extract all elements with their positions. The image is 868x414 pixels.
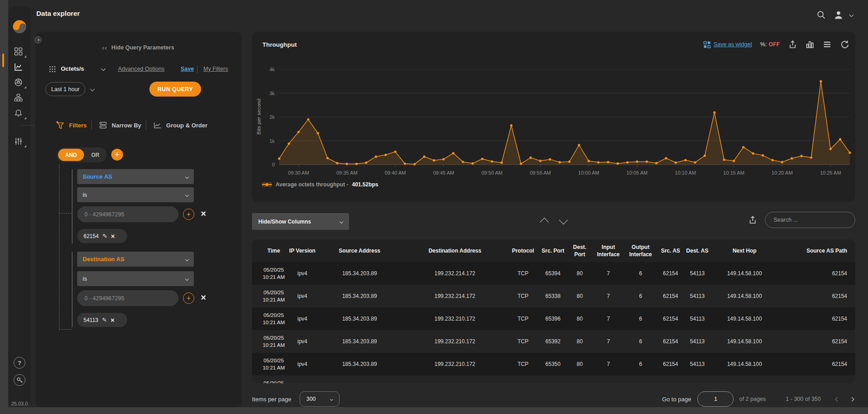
column-header[interactable]: Dest. Port: [567, 244, 592, 258]
data-point[interactable]: [336, 162, 338, 164]
tab-narrow-by[interactable]: Narrow By: [112, 122, 141, 129]
chart-legend[interactable]: Average octets throughput - 401.52bps: [262, 181, 378, 188]
sidebar-item-alerts[interactable]: [14, 109, 25, 120]
prev-page-button[interactable]: [833, 395, 841, 403]
tab-filters[interactable]: Filters: [69, 122, 87, 129]
data-point[interactable]: [529, 156, 532, 159]
data-point[interactable]: [452, 152, 454, 154]
data-point[interactable]: [568, 161, 571, 163]
filter-operator-select[interactable]: is: [77, 187, 194, 202]
data-point[interactable]: [433, 159, 435, 161]
data-point[interactable]: [578, 144, 580, 146]
data-point[interactable]: [297, 131, 300, 133]
run-query-button[interactable]: RUN QUERY: [149, 82, 201, 97]
filter-operator-select[interactable]: is: [77, 271, 194, 286]
column-header[interactable]: Destination Address: [403, 247, 507, 254]
data-point[interactable]: [771, 159, 774, 161]
data-point[interactable]: [675, 161, 677, 164]
column-header[interactable]: Input Interface: [592, 244, 624, 258]
table-row[interactable]: 05/20/25 10:21 AMipv4185.34.203.89199.23…: [252, 330, 855, 353]
data-point[interactable]: [636, 161, 638, 163]
data-point[interactable]: [781, 161, 783, 163]
column-header[interactable]: Source Address: [316, 247, 403, 254]
data-point[interactable]: [423, 156, 425, 158]
data-point[interactable]: [481, 158, 483, 160]
sidebar-expand-button[interactable]: [35, 36, 42, 44]
data-point[interactable]: [375, 156, 377, 158]
search-icon[interactable]: [817, 10, 826, 19]
data-point[interactable]: [694, 161, 696, 164]
column-header[interactable]: Time: [259, 247, 288, 254]
hide-show-columns-button[interactable]: Hide/Show Columns: [252, 213, 349, 230]
data-point[interactable]: [839, 138, 841, 141]
data-point[interactable]: [684, 159, 686, 161]
data-point[interactable]: [626, 161, 628, 164]
sidebar-item-dashboards[interactable]: [14, 47, 25, 58]
drag-grid-icon[interactable]: [49, 66, 56, 73]
column-header[interactable]: Protocol: [507, 247, 539, 254]
hide-query-parameters-button[interactable]: Hide Query Parameters: [35, 44, 242, 51]
data-point[interactable]: [539, 160, 542, 162]
data-point[interactable]: [704, 155, 706, 157]
time-range-select[interactable]: Last 1 hour: [45, 82, 85, 96]
edit-chip-icon[interactable]: ✎: [102, 233, 107, 239]
save-link[interactable]: Save: [181, 66, 194, 72]
page-number-input[interactable]: [697, 391, 734, 407]
remove-chip-icon[interactable]: ×: [110, 317, 114, 323]
data-point[interactable]: [742, 146, 745, 148]
user-icon[interactable]: [833, 10, 843, 20]
data-point[interactable]: [414, 163, 416, 165]
data-point[interactable]: [558, 161, 561, 163]
data-point[interactable]: [278, 157, 280, 160]
sidebar-item-network[interactable]: [14, 78, 25, 89]
or-toggle-button[interactable]: OR: [84, 152, 107, 158]
remove-filter-button[interactable]: ×: [199, 209, 208, 219]
column-header[interactable]: IP Version: [288, 247, 316, 254]
table-row[interactable]: 05/20/25 10:21 AM: [252, 375, 855, 383]
help-button[interactable]: ?: [14, 357, 25, 369]
my-filters-link[interactable]: My Filters: [203, 66, 228, 72]
data-point[interactable]: [723, 159, 725, 161]
data-point[interactable]: [500, 161, 503, 164]
data-point[interactable]: [820, 80, 822, 83]
filter-value-input[interactable]: [77, 206, 178, 222]
data-point[interactable]: [443, 158, 445, 161]
next-page-button[interactable]: [848, 395, 855, 403]
data-point[interactable]: [462, 161, 464, 163]
data-point[interactable]: [616, 162, 619, 165]
data-point[interactable]: [520, 162, 522, 165]
data-point[interactable]: [394, 151, 396, 153]
data-point[interactable]: [733, 160, 735, 162]
data-point[interactable]: [607, 161, 609, 163]
table-row[interactable]: 05/20/25 10:21 AMipv4185.34.203.89199.23…: [252, 353, 855, 375]
sidebar-item-explorer-active[interactable]: [14, 63, 25, 73]
add-filter-group-button[interactable]: +: [111, 149, 123, 161]
data-point[interactable]: [800, 155, 803, 157]
data-point[interactable]: [404, 162, 406, 165]
sidebar-item-tools[interactable]: [14, 137, 25, 148]
table-search-input[interactable]: [765, 212, 855, 228]
data-point[interactable]: [597, 161, 600, 164]
data-point[interactable]: [665, 157, 667, 159]
data-point[interactable]: [549, 158, 551, 161]
items-per-page-select[interactable]: 300: [300, 391, 340, 407]
remove-chip-icon[interactable]: ×: [111, 233, 115, 239]
add-filter-value-button[interactable]: +: [183, 292, 194, 304]
table-row[interactable]: 05/20/25 10:21 AMipv4185.34.203.89199.23…: [252, 285, 855, 307]
data-point[interactable]: [307, 118, 309, 121]
throughput-area-chart[interactable]: 01k2k3k4k09:30 AM09:35 AM09:40 AM09:45 A…: [252, 32, 855, 202]
data-point[interactable]: [655, 162, 657, 164]
data-point[interactable]: [288, 142, 290, 145]
and-toggle-button[interactable]: AND: [58, 149, 84, 161]
data-point[interactable]: [810, 156, 812, 159]
column-header[interactable]: Dest. AS: [684, 247, 710, 254]
data-point[interactable]: [646, 161, 648, 163]
metric-select[interactable]: Octets/s: [61, 65, 84, 72]
remove-filter-button[interactable]: ×: [199, 293, 208, 302]
table-row[interactable]: 05/20/25 10:21 AMipv4185.34.203.89199.23…: [252, 307, 855, 330]
column-header[interactable]: Source AS Path: [779, 247, 848, 254]
logic-operator-toggle[interactable]: AND OR: [57, 147, 107, 162]
data-point[interactable]: [472, 162, 474, 165]
data-point[interactable]: [587, 160, 590, 162]
sidebar-item-topology[interactable]: [14, 93, 25, 104]
